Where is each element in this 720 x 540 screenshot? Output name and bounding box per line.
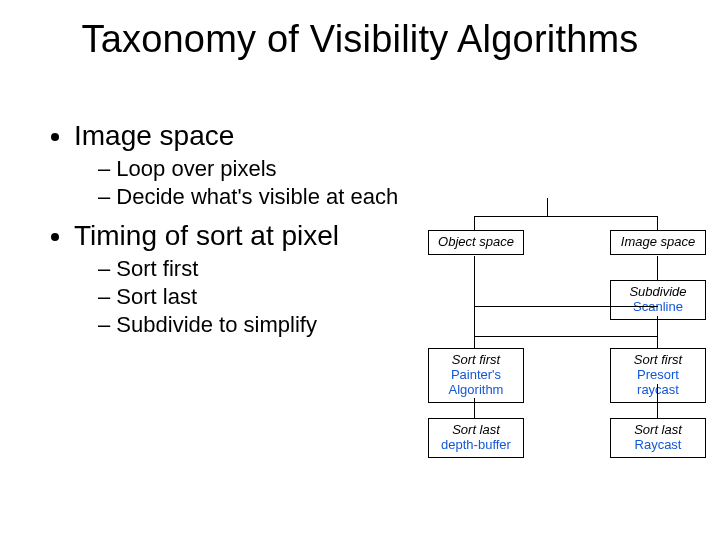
sub-bullet-text: Loop over pixels bbox=[116, 156, 276, 181]
box-subdivide-scanline: Subdivide Scanline bbox=[610, 280, 706, 320]
bullet-text: Timing of sort at pixel bbox=[74, 220, 339, 251]
box-algorithm: Presort raycast bbox=[617, 368, 699, 398]
taxonomy-diagram: Object space Image space Subdivide Scanl… bbox=[382, 198, 712, 478]
sub-bullet-text: Decide what's visible at each bbox=[116, 184, 398, 209]
bullet-image-space: Image space Loop over pixels Decide what… bbox=[74, 120, 678, 210]
connector-line bbox=[474, 336, 658, 337]
connector-line bbox=[547, 198, 548, 216]
connector-line bbox=[474, 306, 658, 307]
box-label: Object space bbox=[435, 235, 517, 250]
slide: Taxonomy of Visibility Algorithms Image … bbox=[0, 0, 720, 540]
connector-line bbox=[657, 384, 658, 418]
box-label: Sort first bbox=[435, 353, 517, 368]
box-algorithm: Painter's Algorithm bbox=[435, 368, 517, 398]
connector-line bbox=[657, 216, 658, 230]
box-sort-last-raycast: Sort last Raycast bbox=[610, 418, 706, 458]
box-label: Subdivide bbox=[617, 285, 699, 300]
connector-line bbox=[657, 336, 658, 348]
box-object-space: Object space bbox=[428, 230, 524, 255]
sub-bullet-text: Subdivide to simplify bbox=[116, 312, 317, 337]
box-sort-last-depthbuffer: Sort last depth-buffer bbox=[428, 418, 524, 458]
connector-line bbox=[657, 256, 658, 280]
box-label: Image space bbox=[617, 235, 699, 250]
box-sort-first-presort: Sort first Presort raycast bbox=[610, 348, 706, 403]
box-label: Sort last bbox=[435, 423, 517, 438]
sub-bullet-text: Sort last bbox=[116, 284, 197, 309]
box-algorithm: Raycast bbox=[617, 438, 699, 453]
bullet-text: Image space bbox=[74, 120, 234, 151]
connector-line bbox=[474, 256, 475, 306]
connector-line bbox=[474, 216, 475, 230]
sub-bullet: Loop over pixels bbox=[98, 156, 678, 182]
box-label: Sort first bbox=[617, 353, 699, 368]
connector-line bbox=[474, 306, 475, 348]
box-sort-first-painters: Sort first Painter's Algorithm bbox=[428, 348, 524, 403]
box-algorithm: Scanline bbox=[617, 300, 699, 315]
box-algorithm: depth-buffer bbox=[435, 438, 517, 453]
connector-line bbox=[657, 316, 658, 336]
sub-bullet-text: Sort first bbox=[116, 256, 198, 281]
connector-line bbox=[474, 398, 475, 418]
slide-title: Taxonomy of Visibility Algorithms bbox=[0, 18, 720, 61]
box-image-space: Image space bbox=[610, 230, 706, 255]
connector-line bbox=[474, 216, 658, 217]
box-label: Sort last bbox=[617, 423, 699, 438]
